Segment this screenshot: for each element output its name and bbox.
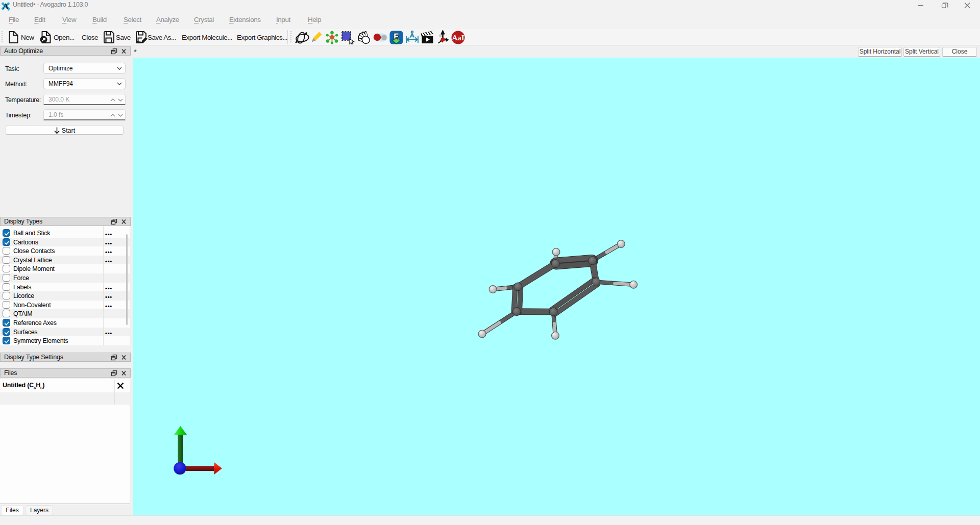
svg-text:AaI: AaI (452, 34, 464, 42)
svg-text:A: A (3, 2, 9, 11)
